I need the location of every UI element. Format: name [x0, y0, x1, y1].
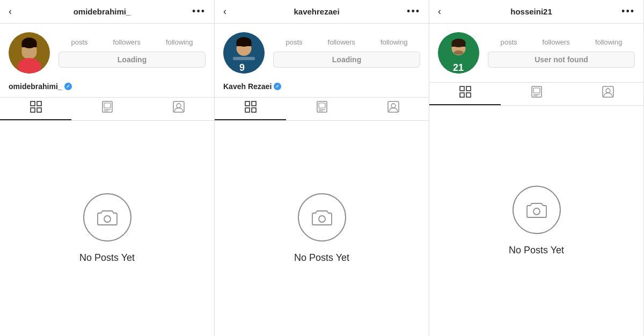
svg-rect-45: [460, 93, 464, 97]
stat-followers-1: followers: [113, 38, 141, 46]
svg-rect-30: [319, 103, 325, 108]
avatar-1: [9, 32, 50, 74]
tab-portrait-3[interactable]: [501, 83, 572, 105]
profile-info-3: 21 posts followers following: [429, 24, 643, 82]
no-posts-text-2: No Posts Yet: [294, 252, 349, 264]
no-posts-text-3: No Posts Yet: [509, 245, 564, 256]
display-name-row-2: Kaveh Rezaei ✓: [215, 82, 429, 97]
svg-rect-9: [31, 108, 35, 112]
stat-posts-label-2: posts: [286, 38, 303, 46]
tab-grid-3[interactable]: [429, 83, 501, 105]
profile-panel-2: ‹ kavehrezaei ••• 9 pos: [215, 0, 429, 336]
tab-person-1[interactable]: [143, 98, 214, 120]
stat-posts-2: posts: [286, 38, 303, 46]
stat-followers-3: followers: [543, 38, 570, 46]
stat-followers-label-2: followers: [328, 38, 355, 46]
stat-followers-label-3: followers: [543, 38, 570, 46]
svg-rect-15: [173, 101, 184, 112]
svg-rect-28: [252, 108, 256, 112]
camera-icon-2: [310, 206, 334, 229]
stat-following-label-2: following: [380, 38, 408, 46]
stat-posts-label-3: posts: [501, 38, 517, 46]
portrait-icon-1: [101, 101, 113, 116]
svg-rect-12: [104, 103, 111, 108]
grid-icon-2: [245, 101, 257, 116]
profile-info-1: posts followers following Loading: [0, 24, 214, 82]
grid-icon-1: [30, 101, 42, 116]
tab-row-2: [215, 97, 429, 121]
svg-point-53: [533, 208, 540, 215]
no-posts-area-1: No Posts Yet: [0, 121, 214, 336]
back-icon-3[interactable]: ‹: [438, 6, 441, 17]
person-icon-1: [173, 101, 185, 116]
action-button-1[interactable]: Loading: [58, 52, 206, 68]
svg-rect-48: [533, 88, 540, 93]
display-name-2: Kaveh Rezaei: [223, 82, 272, 91]
svg-point-35: [319, 216, 325, 222]
verified-badge-2: ✓: [274, 83, 281, 90]
stats-and-button-2: posts followers following Loading: [273, 38, 420, 68]
svg-rect-43: [460, 86, 464, 91]
svg-rect-5: [22, 43, 37, 47]
svg-rect-27: [245, 108, 250, 112]
tab-person-3[interactable]: [572, 83, 643, 105]
more-icon-1[interactable]: •••: [192, 6, 206, 17]
person-icon-2: [387, 101, 399, 116]
stats-and-button-1: posts followers following Loading: [58, 38, 206, 68]
avatar-3: 21: [438, 32, 479, 74]
svg-text:9: 9: [239, 62, 245, 73]
stats-and-button-3: posts followers following User not found: [488, 38, 635, 68]
avatar-2: 9: [223, 32, 265, 74]
svg-rect-26: [252, 101, 256, 106]
no-posts-text-1: No Posts Yet: [79, 252, 135, 264]
svg-point-17: [104, 216, 111, 222]
back-icon-1[interactable]: ‹: [9, 6, 12, 17]
verified-badge-1: ✓: [64, 83, 72, 90]
portrait-icon-2: [316, 101, 328, 116]
tab-portrait-1[interactable]: [71, 98, 143, 120]
svg-point-52: [606, 89, 610, 93]
svg-rect-20: [233, 57, 255, 60]
display-name-row-1: omidebrahimi_ ✓: [0, 82, 214, 97]
more-icon-2[interactable]: •••: [407, 6, 420, 17]
person-icon-3: [602, 86, 614, 101]
svg-point-16: [177, 104, 181, 108]
action-button-2[interactable]: Loading: [273, 52, 420, 68]
tab-grid-1[interactable]: [0, 98, 71, 120]
stats-row-2: posts followers following: [273, 38, 420, 46]
more-icon-3[interactable]: •••: [621, 6, 635, 17]
stat-posts-label-1: posts: [71, 38, 88, 46]
tab-grid-2[interactable]: [215, 98, 286, 120]
svg-rect-44: [466, 86, 471, 91]
svg-point-34: [391, 104, 396, 108]
svg-rect-46: [466, 93, 471, 97]
no-posts-area-2: No Posts Yet: [215, 121, 429, 336]
panel-header-2: ‹ kavehrezaei •••: [215, 0, 429, 24]
stat-following-label-1: following: [166, 38, 193, 46]
camera-icon-3: [525, 198, 548, 222]
tab-person-2[interactable]: [357, 98, 429, 120]
camera-circle-2: [298, 193, 346, 242]
svg-rect-8: [37, 101, 41, 106]
svg-point-42: [454, 50, 464, 55]
stats-row-3: posts followers following: [488, 38, 635, 46]
stat-following-3: following: [595, 38, 623, 46]
tab-row-3: [429, 82, 643, 106]
action-button-3[interactable]: User not found: [488, 52, 635, 68]
username-header-3: hosseini21: [510, 7, 552, 16]
display-name-1: omidebrahimi_: [9, 82, 62, 91]
stat-followers-2: followers: [328, 38, 355, 46]
svg-rect-24: [237, 42, 252, 46]
camera-circle-1: [83, 193, 131, 242]
svg-rect-10: [37, 108, 41, 112]
svg-text:21: 21: [453, 62, 464, 73]
stat-following-label-3: following: [595, 38, 623, 46]
no-posts-area-3: No Posts Yet: [429, 106, 643, 336]
camera-circle-3: [513, 186, 561, 234]
profile-panel-3: ‹ hosseini21 ••• 21 pos: [429, 0, 644, 336]
stat-followers-label-1: followers: [113, 38, 141, 46]
svg-rect-25: [245, 101, 250, 106]
back-icon-2[interactable]: ‹: [223, 6, 226, 17]
tab-portrait-2[interactable]: [286, 98, 357, 120]
stats-row-1: posts followers following: [58, 38, 206, 46]
